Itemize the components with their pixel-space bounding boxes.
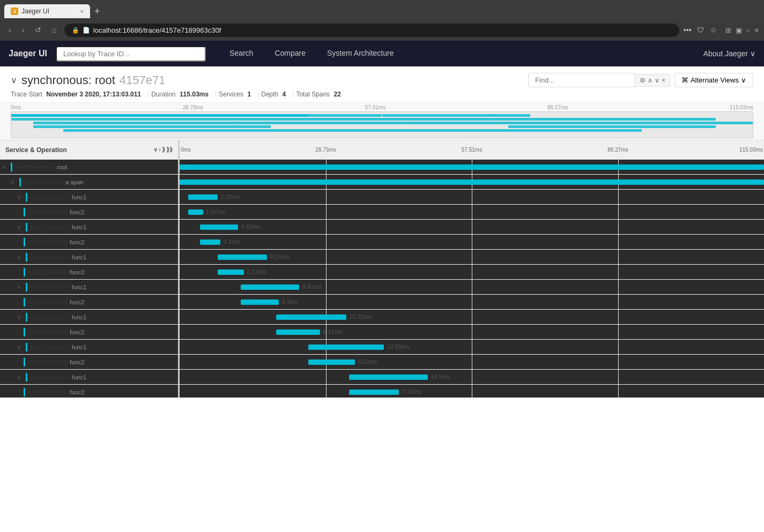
- span-toggle[interactable]: ∨: [17, 314, 25, 320]
- gantt-vline: [618, 250, 619, 264]
- sidebar-icon[interactable]: ▣: [736, 26, 742, 34]
- browser-extra-icons: ⊞ ▣ ○ ≡: [725, 26, 759, 34]
- gantt-row[interactable]: 7.15ms: [180, 385, 764, 398]
- gantt-row[interactable]: 10.22ms: [180, 310, 764, 325]
- alternate-views-button[interactable]: ⌘ Alternate Views ∨: [674, 73, 753, 87]
- span-row[interactable]: synchronous func2: [0, 205, 178, 220]
- span-toggle[interactable]: ∨: [17, 374, 25, 380]
- back-button[interactable]: ‹: [5, 25, 14, 35]
- gantt-row[interactable]: 8.41ms: [180, 280, 764, 295]
- nav-search[interactable]: Search: [219, 41, 264, 66]
- span-row[interactable]: synchronous func2: [0, 265, 178, 280]
- overview-bar: [11, 114, 174, 117]
- span-color-indicator: [26, 223, 27, 231]
- gantt-panel[interactable]: 0ms 28.76ms 57.51ms 86.27ms 115.03ms 2.1…: [180, 140, 764, 398]
- gantt-row[interactable]: [180, 160, 764, 175]
- span-toggle[interactable]: ∨: [2, 164, 10, 170]
- gantt-row[interactable]: 12.59ms: [180, 340, 764, 355]
- span-toggle[interactable]: ∨: [17, 284, 25, 290]
- trace-find-input[interactable]: [528, 73, 635, 87]
- gantt-bar: [218, 269, 244, 275]
- app-logo[interactable]: Jaeger UI: [9, 49, 47, 58]
- span-operation-name: func2: [70, 269, 84, 275]
- span-service-name: synchronous: [29, 253, 70, 261]
- star-icon[interactable]: ☆: [710, 26, 717, 34]
- gantt-row[interactable]: 3.12ms: [180, 265, 764, 280]
- span-operation-name: a span: [65, 179, 83, 185]
- span-row[interactable]: synchronous func2: [0, 295, 178, 310]
- span-service-name: synchronous: [29, 313, 70, 321]
- forward-button[interactable]: ›: [19, 25, 28, 35]
- more-icon[interactable]: •••: [684, 26, 692, 34]
- trace-title: synchronous: root: [21, 73, 115, 87]
- address-bar[interactable]: 🔒 📄 localhost:16686/trace/4157e7189963c3…: [64, 24, 679, 37]
- gantt-vline: [618, 295, 619, 309]
- extensions-icon[interactable]: ⊞: [725, 26, 731, 34]
- sort-all-icon[interactable]: ⟫: [162, 146, 165, 153]
- find-close-icon[interactable]: ×: [662, 77, 665, 84]
- span-row[interactable]: ∨ synchronous func1: [0, 370, 178, 385]
- main-split-view: Service & Operation ∨ › ⟫ ⟫⟫ ∨ synchrono…: [0, 140, 764, 398]
- sort-down-icon[interactable]: ∨: [153, 146, 158, 153]
- trace-collapse-button[interactable]: ∨: [11, 75, 17, 85]
- span-row[interactable]: ∨ synchronous func1: [0, 310, 178, 325]
- nav-system-architecture[interactable]: System Architecture: [316, 41, 405, 66]
- about-jaeger-menu[interactable]: About Jaeger ∨: [703, 49, 755, 58]
- gantt-row[interactable]: 6.26ms: [180, 250, 764, 265]
- menu-icon[interactable]: ≡: [754, 26, 759, 34]
- span-service-name: synchronous: [27, 388, 68, 396]
- profile-icon[interactable]: ○: [746, 26, 751, 34]
- span-row[interactable]: ∨ synchronous func1: [0, 250, 178, 265]
- timeline-overview[interactable]: 0ms 28.76ms 57.51ms 86.27ms 115.03ms: [0, 103, 764, 140]
- sort-right-icon[interactable]: ›: [159, 146, 161, 153]
- span-row[interactable]: synchronous func2: [0, 385, 178, 398]
- new-tab-button[interactable]: +: [90, 6, 105, 17]
- span-toggle[interactable]: ∨: [17, 224, 25, 230]
- span-row[interactable]: ∨ synchronous root: [0, 160, 178, 175]
- shield-icon[interactable]: 🛡: [697, 26, 704, 34]
- gantt-vline: [326, 265, 327, 279]
- span-row[interactable]: ∨ synchronous func1: [0, 280, 178, 295]
- tab-close-button[interactable]: ×: [80, 8, 84, 14]
- gantt-vline: [472, 310, 472, 324]
- gantt-row[interactable]: 4.42ms: [180, 220, 764, 235]
- gantt-row[interactable]: 2.16ms: [180, 190, 764, 205]
- span-toggle[interactable]: ∨: [17, 194, 25, 200]
- find-up-icon[interactable]: ∧: [648, 77, 652, 84]
- gantt-row[interactable]: 5.11ms: [180, 325, 764, 340]
- span-service-name: synchronous: [29, 283, 70, 291]
- gantt-row[interactable]: 4.3ms: [180, 295, 764, 310]
- gantt-row[interactable]: 2.1ms: [180, 235, 764, 250]
- gantt-vline: [326, 235, 327, 249]
- tick-0ms: 0ms: [11, 104, 21, 110]
- sort-expand-icon[interactable]: ⟫⟫: [166, 146, 173, 153]
- trace-id-lookup-input[interactable]: [56, 46, 206, 62]
- app-header: Jaeger UI Search Compare System Architec…: [0, 41, 764, 66]
- gantt-vline: [326, 280, 327, 294]
- span-row[interactable]: ∨ synchronous func1: [0, 220, 178, 235]
- span-color-indicator: [26, 193, 27, 201]
- span-toggle[interactable]: ∨: [17, 254, 25, 260]
- span-row[interactable]: ∨ synchronous func1: [0, 190, 178, 205]
- nav-compare[interactable]: Compare: [264, 41, 316, 66]
- span-row[interactable]: ∨ synchronous a span: [0, 175, 178, 190]
- refresh-button[interactable]: ↺: [32, 25, 44, 35]
- gantt-row[interactable]: 6.22ms: [180, 355, 764, 370]
- home-button[interactable]: ⌂: [49, 25, 60, 35]
- gantt-row[interactable]: 1.07ms: [180, 205, 764, 220]
- find-down-icon[interactable]: ∨: [655, 77, 659, 84]
- browser-tab[interactable]: J Jaeger UI ×: [4, 4, 90, 18]
- about-jaeger-label: About Jaeger: [703, 49, 748, 58]
- find-settings-icon[interactable]: ⚙: [640, 77, 646, 84]
- span-row[interactable]: synchronous func2: [0, 355, 178, 370]
- span-row[interactable]: synchronous func2: [0, 235, 178, 250]
- span-toggle[interactable]: ∨: [17, 344, 25, 350]
- span-color-indicator: [24, 208, 25, 216]
- gantt-row[interactable]: 14.5ms: [180, 370, 764, 385]
- span-row[interactable]: synchronous func2: [0, 325, 178, 340]
- gantt-row[interactable]: [180, 175, 764, 190]
- span-row[interactable]: ∨ synchronous func1: [0, 340, 178, 355]
- overview-canvas[interactable]: [11, 111, 753, 138]
- span-toggle[interactable]: ∨: [11, 179, 18, 185]
- span-color-indicator: [24, 358, 25, 366]
